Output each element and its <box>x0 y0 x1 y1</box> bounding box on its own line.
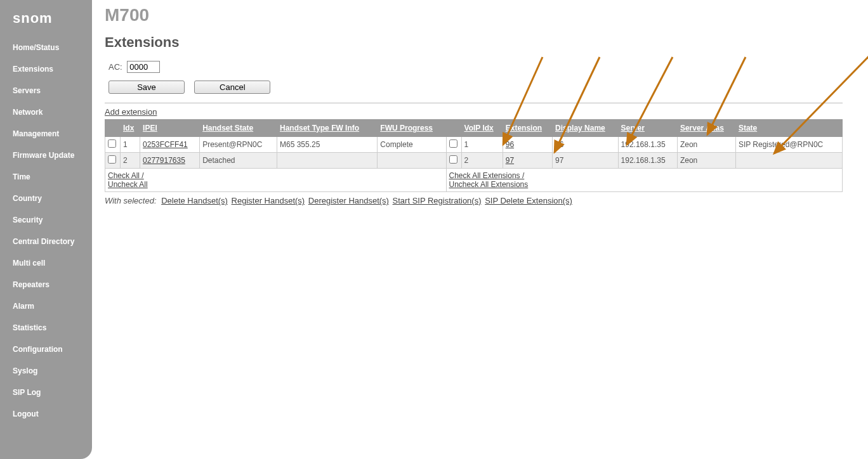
col-display-name[interactable]: Display Name <box>555 124 605 133</box>
ipei-link[interactable]: 0253FCFF41 <box>143 140 188 149</box>
save-button[interactable]: Save <box>109 81 185 94</box>
cell-extension: 96 <box>503 137 552 153</box>
nav-firmware-update[interactable]: Firmware Update <box>0 145 92 166</box>
row-ext-checkbox[interactable] <box>449 139 457 148</box>
cell-display-name: 96 <box>553 137 619 153</box>
row-handset-checkbox[interactable] <box>108 155 116 164</box>
start-sip-link[interactable]: Start SIP Registration(s) <box>393 196 482 205</box>
deregister-handset-link[interactable]: Deregister Handset(s) <box>308 196 389 205</box>
cell-handset-type: M65 355.25 <box>277 137 378 153</box>
nav-extensions[interactable]: Extensions <box>0 58 92 80</box>
cell-handset-type <box>277 153 378 169</box>
nav-time[interactable]: Time <box>0 166 92 188</box>
check-all-ext-link[interactable]: Check All Extensions / <box>449 171 525 180</box>
cell-fwu <box>378 153 446 169</box>
cell-idx: 1 <box>121 137 140 153</box>
col-server[interactable]: Server <box>621 124 645 133</box>
uncheck-all-ext-link[interactable]: Uncheck All Extensions <box>449 180 529 189</box>
nav-configuration[interactable]: Configuration <box>0 339 92 360</box>
row-ext-checkbox[interactable] <box>449 155 457 164</box>
row-handset-checkbox[interactable] <box>108 139 116 148</box>
col-state[interactable]: State <box>739 124 757 133</box>
cell-server-alias: Zeon <box>677 137 735 153</box>
cell-ipei: 0277917635 <box>140 153 200 169</box>
delete-handset-link[interactable]: Delete Handset(s) <box>161 196 228 205</box>
bulk-actions: With selected: Delete Handset(s) Registe… <box>105 196 843 205</box>
nav-sip-log[interactable]: SIP Log <box>0 382 92 403</box>
cell-server-alias: Zeon <box>677 153 735 169</box>
cell-ext-checkbox <box>446 153 461 169</box>
cell-state: SIP Registered@RPN0C <box>735 137 842 153</box>
sidebar: snom Home/StatusExtensionsServersNetwork… <box>0 0 92 459</box>
cell-state <box>735 153 842 169</box>
register-handset-link[interactable]: Register Handset(s) <box>232 196 305 205</box>
col-ipei[interactable]: IPEI <box>143 124 157 133</box>
nav-servers[interactable]: Servers <box>0 80 92 101</box>
check-all-link[interactable]: Check All / <box>108 171 144 180</box>
col-voip-idx[interactable]: VoIP Idx <box>464 124 494 133</box>
col-server-alias[interactable]: Server Alias <box>680 124 724 133</box>
cell-handset-state: Present@RPN0C <box>200 137 277 153</box>
cell-checkbox <box>105 137 121 153</box>
col-extension[interactable]: Extension <box>506 124 542 133</box>
cell-idx: 2 <box>121 153 140 169</box>
cell-fwu: Complete <box>378 137 446 153</box>
cell-voip-idx: 2 <box>461 153 503 169</box>
col-handset-state[interactable]: Handset State <box>202 124 253 133</box>
add-extension-link[interactable]: Add extension <box>105 107 157 117</box>
nav-repeaters[interactable]: Repeaters <box>0 274 92 295</box>
sip-delete-link[interactable]: SIP Delete Extension(s) <box>485 196 572 205</box>
cell-ext-checkbox <box>446 137 461 153</box>
nav-logout[interactable]: Logout <box>0 403 92 425</box>
nav-syslog[interactable]: Syslog <box>0 360 92 382</box>
cell-server: 192.168.1.35 <box>618 153 677 169</box>
cell-checkbox <box>105 153 121 169</box>
with-selected-label: With selected: <box>105 196 157 205</box>
uncheck-all-link[interactable]: Uncheck All <box>108 180 148 189</box>
cell-display-name: 97 <box>553 153 619 169</box>
nav-statistics[interactable]: Statistics <box>0 317 92 339</box>
extension-link[interactable]: 97 <box>506 156 514 165</box>
table-row: 20277917635Detached29797192.168.1.35Zeon <box>105 153 843 169</box>
col-idx[interactable]: Idx <box>123 124 134 133</box>
cell-server: 192.168.1.35 <box>618 137 677 153</box>
extensions-table: Idx IPEI Handset State Handset Type FW I… <box>105 119 843 192</box>
nav-multi-cell[interactable]: Multi cell <box>0 252 92 274</box>
nav-management[interactable]: Management <box>0 123 92 145</box>
nav-home-status[interactable]: Home/Status <box>0 37 92 58</box>
cell-ipei: 0253FCFF41 <box>140 137 200 153</box>
nav-alarm[interactable]: Alarm <box>0 295 92 317</box>
nav-country[interactable]: Country <box>0 188 92 209</box>
nav-network[interactable]: Network <box>0 101 92 123</box>
nav-security[interactable]: Security <box>0 209 92 231</box>
cancel-button[interactable]: Cancel <box>194 81 270 94</box>
cell-voip-idx: 1 <box>461 137 503 153</box>
nav-central-directory[interactable]: Central Directory <box>0 231 92 252</box>
model-title: M700 <box>105 0 868 34</box>
main-panel: M700 Extensions AC: Save Cancel Add exte… <box>92 0 868 459</box>
cell-handset-state: Detached <box>200 153 277 169</box>
col-fwu[interactable]: FWU Progress <box>380 124 433 133</box>
ac-input[interactable] <box>127 61 160 73</box>
ac-label: AC: <box>109 62 122 72</box>
table-row: 10253FCFF41Present@RPN0CM65 355.25Comple… <box>105 137 843 153</box>
page-title: Extensions <box>105 34 843 51</box>
ipei-link[interactable]: 0277917635 <box>143 156 185 165</box>
nav-list: Home/StatusExtensionsServersNetworkManag… <box>0 37 92 425</box>
col-handset-type[interactable]: Handset Type FW Info <box>280 124 359 133</box>
brand-logo: snom <box>0 6 92 37</box>
extension-link[interactable]: 96 <box>506 140 514 149</box>
cell-extension: 97 <box>503 153 552 169</box>
